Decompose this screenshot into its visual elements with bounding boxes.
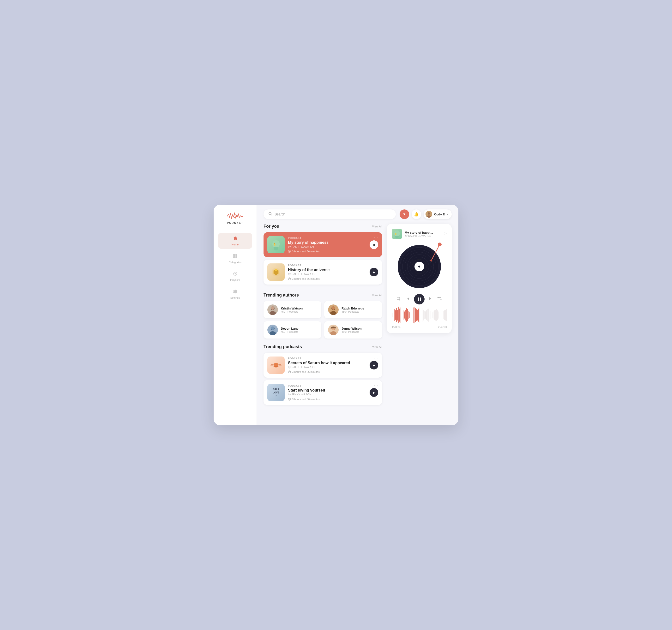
podcast-card-saturn[interactable]: PODCAST Secrets of Saturn how it appeare… [264,353,382,378]
podcast-title-saturn: Secrets of Saturn how it appeared [288,361,366,365]
player-author: by RALPH EDWARDS [405,234,433,237]
repeat-button[interactable] [437,296,442,302]
svg-point-31 [330,311,336,315]
author-card-jenny[interactable]: Jenny Wilson 450+ Podcasts [324,321,382,339]
logo-area: PODCAST [227,212,244,224]
author-name-jenny: Jenny Wilson [341,327,362,330]
player-info: My story of happi... by RALPH EDWARDS [405,231,433,237]
podcast-card-universe[interactable]: PODCAST History of the universe by RALPH… [264,260,382,285]
svg-rect-3 [233,254,235,256]
player-pause-button[interactable] [414,294,425,305]
header-actions: ♥ 🔔 Cody F. ▾ [400,210,452,219]
author-card-ralph[interactable]: Ralph Edwards 450+ Podcasts [324,301,382,318]
wave-bar [395,310,396,320]
user-pill[interactable]: Cody F. ▾ [424,210,452,219]
wave-bar [434,310,435,320]
author-avatar-devon [267,324,278,335]
time-current: 1:20:34 [392,325,401,329]
svg-point-8 [235,273,236,274]
wave-bar [392,313,392,317]
author-card-kristin[interactable]: Kristin Watson 450+ Podcasts [264,301,321,318]
sidebar-item-settings[interactable]: Settings [218,286,252,302]
prev-button[interactable] [405,296,410,302]
svg-rect-6 [236,256,237,258]
podcast-author-selflove: by JENNY WILSON [288,393,366,396]
podcast-duration-selflove: 3 hours and 56 minutes [288,398,366,401]
play-button-selflove[interactable]: ▶ [369,388,378,397]
wave-bar [415,308,416,322]
wave-bar [412,309,412,322]
trending-podcasts-view-all[interactable]: View All [372,345,382,348]
sidebar-item-categories[interactable]: Categories [218,251,252,267]
more-button-happiness[interactable]: ··· [374,236,379,240]
more-button-universe[interactable]: ··· [374,263,379,267]
wave-bar [428,309,429,322]
pause-button-happiness[interactable]: ⏸ [369,240,378,249]
logo-svg [227,212,244,220]
more-button-saturn[interactable]: ··· [374,356,379,360]
waveform[interactable] [392,308,447,322]
author-name-ralph: Ralph Edwards [341,307,364,310]
author-name-kristin: Kristin Watson [281,307,303,310]
author-count-jenny: 450+ Podcasts [341,330,362,333]
wave-bar [431,311,431,319]
player-heart-button[interactable]: ♡ [443,232,447,236]
podcast-card-selflove[interactable]: SELFLOVE♡ PODCAST Start loving yourself … [264,380,382,405]
more-button-selflove[interactable]: ··· [374,383,379,388]
player-header: My story of happi... by RALPH EDWARDS ♡ [392,228,447,239]
svg-point-27 [269,311,276,315]
wave-bar [421,307,422,323]
next-button[interactable] [428,296,433,302]
svg-rect-4 [236,254,237,256]
wave-bar [399,309,400,322]
author-count-ralph: 450+ Podcasts [341,310,364,313]
wave-bar [442,311,442,319]
sidebar-item-home[interactable]: Home [218,233,252,249]
wave-bar [443,311,443,319]
search-bar [264,210,396,219]
shuffle-button[interactable] [397,296,402,302]
vinyl-arm [427,243,443,264]
player-thumb [392,228,402,239]
svg-point-35 [269,331,276,335]
categories-icon [233,253,238,260]
podcast-thumb-universe [267,263,285,281]
wave-bar [423,310,424,320]
for-you-section: For you View All [264,224,382,287]
author-info-ralph: Ralph Edwards 450+ Podcasts [341,307,364,313]
podcast-info-happiness: PODCAST My story of happiness by RALPH E… [288,237,366,253]
wave-bar [422,308,423,322]
author-avatar-ralph [328,305,339,315]
heart-button[interactable]: ♥ [400,210,409,219]
trending-authors-view-all[interactable]: View All [372,294,382,297]
wave-bar [424,311,425,319]
podcast-thumb-happiness [267,236,285,253]
svg-point-47 [395,233,397,235]
svg-point-39 [330,331,336,335]
podcast-thumb-saturn [267,357,285,374]
svg-point-12 [428,212,430,215]
wave-bar [402,309,403,321]
podcast-author-happiness: by RALPH EDWARDS [288,245,366,248]
podcast-info-selflove: PODCAST Start loving yourself by JENNY W… [288,385,366,401]
nav-items: Home Categories Playlists [214,233,257,302]
play-button-universe[interactable]: ▶ [369,268,378,276]
wave-bar [409,312,410,318]
search-input[interactable] [274,212,391,216]
for-you-view-all[interactable]: View All [372,225,382,228]
for-you-header: For you View All [264,224,382,229]
bell-button[interactable]: 🔔 [412,210,421,219]
svg-point-36 [271,326,274,330]
player-panel: My story of happi... by RALPH EDWARDS ♡ [387,224,452,333]
author-info-jenny: Jenny Wilson 450+ Podcasts [341,327,362,333]
podcast-card-happiness[interactable]: PODCAST My story of happiness by RALPH E… [264,232,382,257]
author-card-devon[interactable]: Devon Lane 450+ Podcasts [264,321,321,339]
wave-bar [397,310,398,320]
play-button-saturn[interactable]: ▶ [369,361,378,369]
wave-bar [430,310,430,320]
for-you-title: For you [264,224,279,229]
wave-bar [404,311,405,319]
wave-bar [418,309,419,322]
sidebar-item-playlists[interactable]: Playlists [218,268,252,284]
wave-bar [411,310,411,320]
